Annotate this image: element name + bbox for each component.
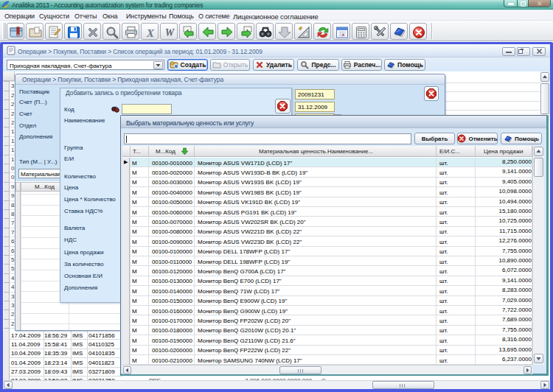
svg-text:W: W [165,27,175,38]
svg-text:X: X [146,27,155,39]
